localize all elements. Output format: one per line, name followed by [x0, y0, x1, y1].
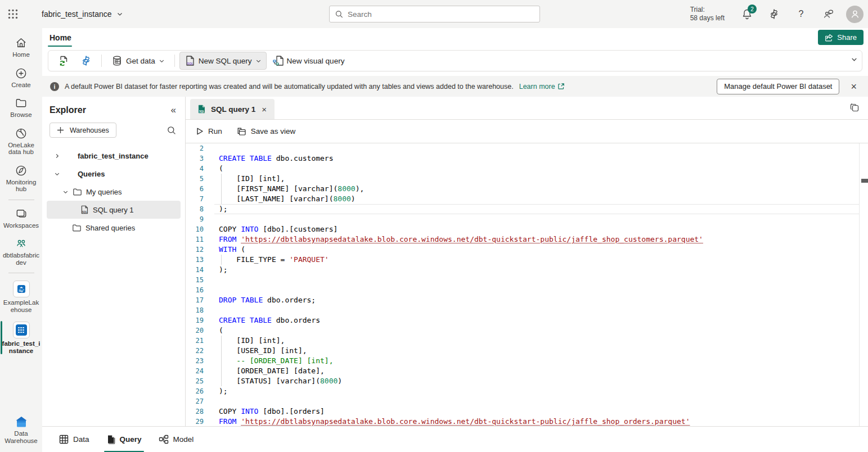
- current-line-highlight: [214, 204, 860, 214]
- settings-warehouse-button[interactable]: [75, 52, 97, 70]
- line-number: 7: [186, 195, 204, 203]
- chevron-down-icon: [255, 58, 262, 64]
- database-icon: [111, 55, 123, 66]
- external-link-icon: [557, 83, 565, 90]
- search-icon[interactable]: [167, 126, 176, 135]
- editor-scrollbar[interactable]: [859, 143, 860, 426]
- global-search[interactable]: [329, 6, 540, 22]
- tab-home[interactable]: Home: [48, 28, 73, 47]
- tree-item-my-queries[interactable]: My queries: [47, 183, 181, 201]
- settings-button[interactable]: [762, 2, 786, 26]
- code-line[interactable]: 21 [ID] [int],: [186, 336, 868, 346]
- code-line[interactable]: 9: [186, 214, 868, 224]
- rail-item-workspaces[interactable]: Workspaces: [0, 204, 42, 233]
- close-tab-icon[interactable]: ×: [260, 105, 268, 114]
- query-toolbar: Run Save as view: [186, 120, 868, 143]
- search-icon: [335, 10, 343, 19]
- table-grid-icon: [59, 435, 69, 444]
- line-number: 17: [186, 296, 204, 304]
- code-line[interactable]: 25 [STATUS] [varchar](8000): [186, 376, 868, 386]
- copy-icon[interactable]: [849, 102, 860, 113]
- chevron-down-icon: [851, 56, 858, 63]
- rail-item-fabric-test-instance[interactable]: fabric_test_instance: [0, 318, 42, 358]
- line-number: 5: [186, 175, 204, 183]
- code-line[interactable]: 29FROM 'https://dbtlabsynapsedatalake.bl…: [186, 417, 868, 426]
- code-line[interactable]: 12WITH (: [186, 245, 868, 255]
- line-number: 13: [186, 256, 204, 264]
- code-line[interactable]: 24 [ORDER_DATE] [date],: [186, 366, 868, 376]
- workspace-switcher[interactable]: fabric_test_instance: [42, 10, 123, 19]
- code-line[interactable]: 4(: [186, 164, 868, 174]
- code-line[interactable]: 28COPY INTO [dbo].[orders]: [186, 406, 868, 417]
- code-line[interactable]: 10COPY INTO [dbo].[customers]: [186, 224, 868, 234]
- rail-item-examplelakehouse[interactable]: ExampleLakehouse: [0, 277, 42, 317]
- feedback-button[interactable]: [816, 2, 840, 26]
- tab-data[interactable]: Data: [53, 427, 95, 452]
- code-line[interactable]: 13 FILE_TYPE = 'PARQUET': [186, 255, 868, 265]
- rail-item-home[interactable]: Home: [0, 33, 42, 62]
- svg-text:SQL: SQL: [199, 110, 205, 113]
- code-line[interactable]: 26);: [186, 386, 868, 396]
- add-warehouses-button[interactable]: Warehouses: [50, 123, 116, 138]
- code-line[interactable]: 3CREATE TABLE dbo.customers: [186, 153, 868, 164]
- code-line[interactable]: 14);: [186, 265, 868, 275]
- rail-item-monitoring-hub[interactable]: Monitoring hub: [0, 160, 42, 196]
- code-line[interactable]: 11FROM 'https://dbtlabsynapsedatalake.bl…: [186, 234, 868, 245]
- tab-sql-query-1[interactable]: SQL SQL query 1 ×: [190, 99, 275, 119]
- indent-guide: [221, 376, 222, 386]
- run-button[interactable]: Run: [196, 127, 222, 135]
- line-number: 10: [186, 225, 204, 233]
- code-line[interactable]: 16: [186, 285, 868, 295]
- code-line[interactable]: 8);: [186, 204, 868, 214]
- code-line[interactable]: 20(: [186, 326, 868, 336]
- search-input[interactable]: [348, 10, 534, 19]
- banner-close-icon[interactable]: ×: [847, 80, 860, 93]
- manage-default-dataset-button[interactable]: Manage default Power BI dataset: [717, 79, 839, 94]
- code-line[interactable]: 7 [LAST_NAME] [varchar](8000): [186, 194, 868, 204]
- visual-query-icon: [273, 55, 284, 66]
- get-data-button[interactable]: Get data: [106, 52, 170, 70]
- new-visual-query-button[interactable]: New visual query: [268, 52, 350, 70]
- code-line[interactable]: 23 -- [ORDER_DATE] [int],: [186, 356, 868, 366]
- chevron-down-icon: [159, 58, 165, 64]
- new-sql-query-button[interactable]: SQL New SQL query: [179, 52, 267, 70]
- line-number: 27: [186, 397, 204, 405]
- collapse-panel-icon[interactable]: «: [171, 105, 176, 116]
- code-line[interactable]: 5 [ID] [int],: [186, 174, 868, 184]
- avatar[interactable]: [846, 6, 863, 23]
- code-line[interactable]: 15: [186, 275, 868, 285]
- code-line[interactable]: 2: [186, 143, 868, 153]
- rail-item-onelake-data-hub[interactable]: OneLake data hub: [0, 123, 42, 159]
- refresh-semantic-model-button[interactable]: [53, 52, 74, 70]
- app-launcher-icon[interactable]: [0, 0, 26, 28]
- tab-model[interactable]: Model: [153, 427, 200, 452]
- sql-editor[interactable]: 23CREATE TABLE dbo.customers4(5 [ID] [in…: [186, 143, 868, 426]
- line-number: 12: [186, 246, 204, 254]
- code-line[interactable]: 6 [FIRST_NAME] [varchar](8000),: [186, 184, 868, 194]
- save-as-view-button[interactable]: Save as view: [237, 127, 296, 136]
- rail-item-browse[interactable]: Browse: [0, 93, 42, 122]
- notifications-button[interactable]: 2: [735, 2, 759, 26]
- code-line[interactable]: 22 [USER_ID] [int],: [186, 346, 868, 356]
- editor-scroll-marker[interactable]: [861, 179, 868, 183]
- tree-item-sql-query-1[interactable]: SQL SQL query 1: [47, 201, 181, 219]
- learn-more-link[interactable]: Learn more: [519, 83, 565, 91]
- tree-item-fabric-test-instance[interactable]: fabric_test_instance: [47, 147, 181, 165]
- help-icon: ?: [799, 9, 804, 19]
- code-line[interactable]: 27: [186, 396, 868, 406]
- share-button[interactable]: Share: [818, 30, 863, 45]
- help-button[interactable]: ?: [789, 2, 813, 26]
- tree-item-queries[interactable]: Queries: [47, 165, 181, 183]
- code-line[interactable]: 17DROP TABLE dbo.orders;: [186, 295, 868, 305]
- rail-item-data-warehouse[interactable]: Data Warehouse: [0, 411, 42, 448]
- sql-file-green-icon: SQL: [197, 104, 206, 114]
- tab-query[interactable]: Query: [101, 427, 147, 452]
- tree-item-shared-queries[interactable]: Shared queries: [47, 219, 181, 237]
- rail-item-create[interactable]: Create: [0, 63, 42, 92]
- line-number: 19: [186, 317, 204, 324]
- warehouse-item-icon: [13, 322, 30, 338]
- rail-item-workspace-dbtlabsfabricdev[interactable]: dbtlabsfabricdev: [0, 233, 42, 269]
- code-line[interactable]: 18: [186, 305, 868, 315]
- toolbar-expand-chevron[interactable]: [851, 56, 858, 63]
- code-line[interactable]: 19CREATE TABLE dbo.orders: [186, 315, 868, 326]
